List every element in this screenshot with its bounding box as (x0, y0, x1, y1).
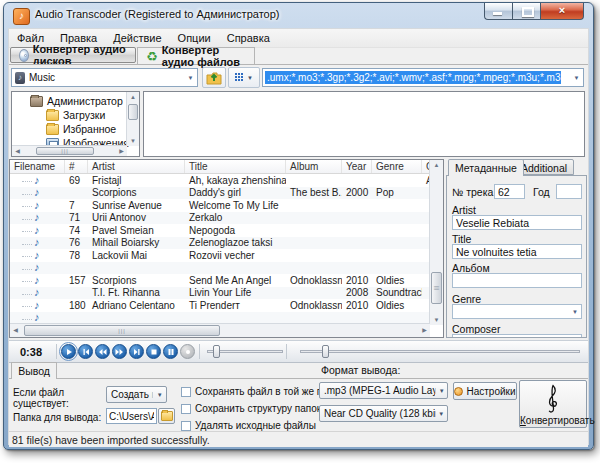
minimize-button[interactable] (484, 3, 512, 20)
table-row[interactable]: ♪ScorpionsDaddy's girlThe best B...2000P… (10, 187, 430, 200)
scroll-left-icon[interactable]: ◀ (12, 146, 23, 156)
table-row[interactable]: ♪180Adriano CelentanoTi PrenderтOdnoklas… (10, 299, 430, 312)
close-button[interactable]: × (540, 3, 584, 20)
music-folder-icon: ♪ (15, 72, 25, 84)
volume-slider[interactable] (300, 344, 580, 359)
cell-artist: Urii Antonov (88, 212, 185, 223)
tab-metadata[interactable]: Метаданные (448, 159, 524, 176)
slider-thumb[interactable] (213, 345, 220, 358)
table-header: Filename#ArtistTitleAlbumYearGenreComp (10, 160, 430, 174)
folder-up-button[interactable] (202, 67, 226, 88)
slider-track[interactable] (300, 350, 580, 353)
tree-item[interactable]: Загрузки (12, 108, 126, 122)
chevron-down-icon[interactable]: ▼ (184, 75, 197, 81)
scroll-left-icon[interactable]: ◀ (10, 324, 21, 337)
table-row[interactable]: ♪78Lackovii MaiRozovii vecher (10, 249, 430, 262)
previous-track-button[interactable] (78, 344, 93, 359)
music-note-icon: ♪ (34, 187, 40, 198)
main-tabbar: Конвертер аудио дисков ♻ Конвертер аудио… (9, 47, 588, 64)
stop-button[interactable] (146, 344, 161, 359)
table-row[interactable]: ♪74Pavel SmeianNepogoda (10, 224, 430, 237)
column-header-artist[interactable]: Artist (88, 160, 185, 173)
table-row[interactable]: ♪ (10, 262, 430, 275)
chevron-down-icon[interactable]: ▼ (247, 75, 253, 81)
quality-select[interactable]: Near CD Quality (128 kbit/s) ▼ (319, 405, 448, 422)
scroll-up-icon[interactable]: ▲ (127, 92, 139, 102)
minimize-icon (493, 12, 502, 15)
scroll-right-icon[interactable]: ▶ (419, 324, 430, 337)
scroll-down-icon[interactable]: ▼ (430, 315, 443, 325)
table-row[interactable]: ♪71Urii AntonovZerkalo (10, 212, 430, 225)
tree-item[interactable]: Администратор (12, 94, 126, 108)
year-field[interactable] (556, 184, 582, 199)
cell-title: Livin Your Life (185, 287, 286, 298)
cell-title: Welcome To My Life (185, 200, 286, 211)
play-button[interactable] (61, 344, 76, 359)
tree-horizontal-scrollbar[interactable]: ◀ ||| ▶ (12, 145, 127, 156)
if-exists-select[interactable]: Создать новь ▼ (106, 386, 167, 403)
chevron-down-icon[interactable]: ▼ (569, 309, 581, 315)
table-row[interactable]: ♪76Mihail BoiarskyZelenoglazoe taksi (10, 237, 430, 250)
column-header-genre[interactable]: Genre (372, 160, 422, 173)
checkbox-box[interactable] (181, 421, 191, 431)
fast-forward-button[interactable] (112, 344, 127, 359)
settings-button[interactable]: Настройки (453, 382, 517, 400)
album-field[interactable] (452, 273, 582, 288)
scrollbar-thumb[interactable] (128, 104, 138, 120)
table-row[interactable]: ♪T.I. Ft. RihannaLivin Your Life2008Soun… (10, 287, 430, 300)
artist-field[interactable] (452, 215, 582, 230)
downloads-folder-icon (46, 110, 59, 121)
label-line: Если файл (13, 387, 64, 398)
chevron-down-icon[interactable]: ▼ (435, 388, 447, 394)
convert-button[interactable]: Конвертировать (519, 380, 587, 428)
scroll-down-icon[interactable]: ▼ (127, 136, 139, 146)
table-row[interactable]: ♪7Sunrise AvenueWelcome To My Life (10, 199, 430, 212)
scrollbar-thumb[interactable]: ||| (36, 147, 94, 155)
chevron-down-icon[interactable]: ▼ (435, 411, 447, 417)
cell-filename: ♪ (10, 275, 65, 286)
tree-connector-icon (22, 200, 32, 207)
window-titlebar[interactable]: ♪ Audio Transcoder (Registered to Админи… (4, 3, 593, 28)
tab-file-converter[interactable]: ♻ Конвертер аудио файлов (137, 47, 255, 64)
record-button[interactable] (180, 344, 195, 359)
browse-folder-button[interactable] (158, 408, 175, 424)
column-header-[interactable]: # (65, 160, 88, 173)
scrollbar-thumb[interactable]: ||| (431, 272, 442, 304)
tree-item[interactable]: Избранное (12, 122, 126, 136)
output-folder-field[interactable] (106, 408, 157, 424)
table-row[interactable]: ♪69FristajlAh, kakaya zhenshinaA (10, 174, 430, 187)
composer-field[interactable] (452, 334, 582, 338)
table-vertical-scrollbar[interactable]: ▲ ||| ▼ (429, 160, 443, 325)
checkbox-box[interactable] (181, 387, 191, 397)
maximize-button[interactable] (512, 3, 540, 20)
folder-select-combobox[interactable]: ♪ Music ▼ (11, 68, 198, 87)
table-horizontal-scrollbar[interactable]: ◀ ||| ▶ (10, 323, 430, 337)
position-slider[interactable] (207, 344, 283, 359)
column-header-album[interactable]: Album (286, 160, 342, 173)
tree-vertical-scrollbar[interactable]: ▲ ▼ (126, 92, 139, 146)
track-number-field[interactable] (494, 184, 525, 199)
views-button[interactable]: ▼ (228, 67, 260, 88)
year-label: Год (533, 186, 550, 198)
slider-thumb[interactable] (322, 345, 329, 358)
table-row[interactable]: ♪157ScorpionsSend Me An AngelOdnoklassn.… (10, 274, 430, 287)
chevron-down-icon[interactable]: ▼ (152, 392, 166, 398)
tab-output[interactable]: Вывод (11, 362, 57, 379)
genre-select[interactable]: ▼ (452, 304, 582, 319)
column-header-filename[interactable]: Filename (10, 160, 65, 173)
column-header-year[interactable]: Year (342, 160, 372, 173)
pause-button[interactable] (163, 344, 178, 359)
next-track-button[interactable] (129, 344, 144, 359)
rewind-button[interactable] (95, 344, 110, 359)
checkbox-box[interactable] (181, 404, 191, 414)
scroll-up-icon[interactable]: ▲ (430, 160, 443, 170)
scrollbar-thumb[interactable]: ||| (24, 325, 220, 336)
chevron-down-icon[interactable]: ▼ (570, 75, 583, 81)
cell-num: 74 (65, 225, 88, 236)
title-field[interactable] (452, 244, 582, 259)
column-header-title[interactable]: Title (185, 160, 286, 173)
scroll-right-icon[interactable]: ▶ (116, 146, 127, 156)
file-filter-combobox[interactable]: .umx;*.mo3;*.3gp;*.3g2;*.avi;*.wmv;*.asf… (262, 68, 584, 87)
output-format-select[interactable]: .mp3 (MPEG-1 Audio Layer 3) ▼ (319, 382, 448, 399)
tab-disc-converter[interactable]: Конвертер аудио дисков (10, 47, 136, 63)
